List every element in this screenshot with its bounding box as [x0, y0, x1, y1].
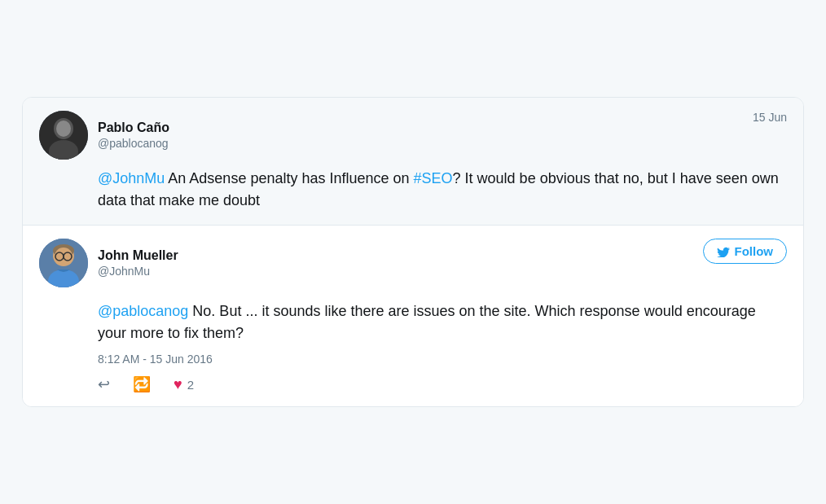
like-button[interactable]: ♥ 2: [174, 376, 194, 393]
tweet-1-header: Pablo Caño @pablocanog 15 Jun: [39, 111, 787, 160]
john-display-name[interactable]: John Mueller: [98, 248, 178, 265]
retweet-button[interactable]: 🔁: [133, 375, 151, 393]
twitter-card: Pablo Caño @pablocanog 15 Jun @JohnMu An…: [22, 97, 804, 407]
pablo-display-name[interactable]: Pablo Caño: [98, 120, 169, 137]
like-count: 2: [187, 378, 194, 392]
tweet-2-actions: ↩ 🔁 ♥ 2: [39, 375, 787, 393]
hashtag-seo[interactable]: #SEO: [414, 170, 453, 186]
tweet-2-timestamp: 8:12 AM - 15 Jun 2016: [39, 353, 787, 366]
tweet-2-body: @pablocanog No. But ... it sounds like t…: [39, 300, 787, 344]
avatar-pablo-img: [39, 111, 88, 160]
tweet-1: Pablo Caño @pablocanog 15 Jun @JohnMu An…: [23, 98, 803, 226]
tweet-2-header-left: John Mueller @JohnMu: [39, 239, 178, 287]
mention-johnmu[interactable]: @JohnMu: [98, 170, 165, 186]
tweet-1-user-info: Pablo Caño @pablocanog: [98, 120, 169, 151]
tweet-1-body: @JohnMu An Adsense penalty has Influence…: [39, 168, 787, 212]
avatar-pablo[interactable]: [39, 111, 88, 160]
reply-icon: ↩: [98, 375, 110, 393]
heart-icon: ♥: [174, 376, 182, 393]
mention-pablocanog[interactable]: @pablocanog: [98, 303, 188, 319]
follow-button[interactable]: Follow: [703, 239, 788, 264]
pablo-username[interactable]: @pablocanog: [98, 136, 169, 151]
svg-point-2: [56, 121, 71, 137]
tweet-2-user-info: John Mueller @JohnMu: [98, 248, 178, 279]
tweet-2: John Mueller @JohnMu Follow @pablocanog …: [23, 226, 803, 406]
twitter-bird-icon: [717, 246, 730, 257]
john-username[interactable]: @JohnMu: [98, 264, 178, 278]
reply-button[interactable]: ↩: [98, 375, 110, 393]
avatar-john-img: [39, 239, 88, 287]
follow-label: Follow: [735, 244, 774, 258]
tweet-2-header: John Mueller @JohnMu Follow: [39, 239, 787, 287]
tweet-1-date: 15 Jun: [753, 111, 787, 124]
avatar-john[interactable]: [39, 239, 88, 287]
tweet-1-header-left: Pablo Caño @pablocanog: [39, 111, 169, 160]
retweet-icon: 🔁: [133, 375, 151, 393]
